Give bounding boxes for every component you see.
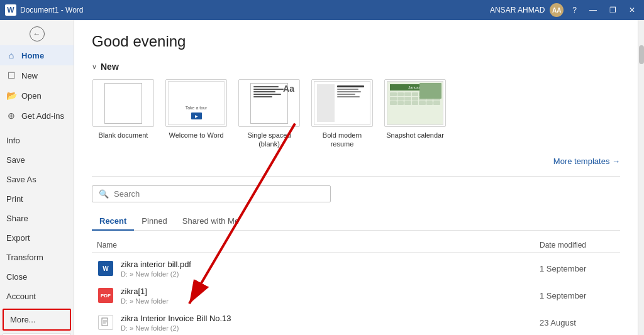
transform-label: Transform [6, 253, 43, 262]
content-area: Good evening ∨ New Blank document Take a… [74, 20, 638, 335]
file-name-3: zikra Interior Invoice Bill No.13 [121, 314, 540, 323]
file-info-3: zikra Interior Invoice Bill No.13 D: » N… [121, 314, 540, 332]
sidebar-item-account[interactable]: Account [0, 287, 74, 306]
sidebar-item-save[interactable]: Save [0, 150, 74, 170]
sidebar-item-open[interactable]: 📂 Open [0, 85, 74, 106]
sidebar-item-new[interactable]: ☐ New [0, 65, 74, 85]
sidebar-item-info[interactable]: Info [0, 131, 74, 150]
sidebar-item-transform[interactable]: Transform [0, 248, 74, 267]
export-label: Export [6, 233, 30, 243]
titlebar-minimize-button[interactable]: — [586, 4, 601, 16]
help-button[interactable]: ? [569, 4, 580, 16]
file-path-2: D: » New folder [121, 297, 540, 305]
pdf-icon: PDF [98, 288, 113, 303]
file-icon-generic [97, 314, 114, 331]
single-spaced-preview [250, 83, 288, 124]
search-icon: 🔍 [99, 189, 109, 199]
file-name-1: zikra interior bill.pdf [121, 260, 540, 269]
search-container[interactable]: 🔍 [92, 185, 331, 202]
back-button[interactable]: ← [0, 23, 74, 45]
sidebar-new-label: New [21, 71, 38, 80]
calendar-preview: January [387, 81, 443, 125]
share-label: Share [6, 214, 28, 223]
file-date-2: 1 September [540, 291, 615, 300]
main-container: ← ⌂ Home ☐ New 📂 Open ⊕ Get Add-ins Info… [0, 20, 644, 335]
template-bold-resume-thumb [311, 79, 373, 127]
generic-icon [98, 315, 113, 330]
file-path-3: D: » New folder (2) [121, 324, 540, 332]
doc-icon-svg [101, 317, 110, 327]
resume-right-col [337, 84, 367, 122]
sidebar-item-addins[interactable]: ⊕ Get Add-ins [0, 106, 74, 126]
sidebar-item-close[interactable]: Close [0, 267, 74, 287]
greeting-title: Good evening [92, 33, 620, 50]
file-row[interactable]: PDF zikra[1] D: » New folder 1 September [92, 282, 620, 309]
file-row[interactable]: W zikra interior bill.pdf D: » New folde… [92, 255, 620, 282]
ss-line-5 [253, 96, 272, 97]
tab-recent[interactable]: Recent [92, 212, 134, 231]
template-calendar[interactable]: January Snapshot calendar [384, 79, 447, 149]
addins-icon: ⊕ [6, 111, 16, 121]
titlebar-left: W Document1 - Word [5, 4, 83, 16]
new-section-chevron[interactable]: ∨ [92, 63, 97, 71]
template-single-spaced[interactable]: Aa Single spaced (blank) [238, 79, 301, 149]
more-templates-anchor[interactable]: More templates → [553, 157, 620, 166]
tab-shared[interactable]: Shared with Me [175, 212, 247, 231]
scrollbar[interactable] [638, 20, 644, 335]
file-row[interactable]: zikra Interior Invoice Bill No.13 D: » N… [92, 309, 620, 335]
sidebar-open-label: Open [21, 91, 42, 101]
welcome-btn-preview: ▶ [191, 113, 202, 119]
template-welcome-name: Welcome to Word [169, 131, 223, 140]
new-doc-icon: ☐ [6, 70, 16, 80]
app-title: Document1 - Word [20, 6, 83, 14]
scrollbar-thumb[interactable] [639, 45, 644, 64]
templates-grid: Blank document Take a tour ▶ Welcome to … [92, 79, 620, 149]
resume-line-4 [337, 94, 355, 95]
titlebar-close-button[interactable]: ✕ [625, 4, 639, 16]
avatar[interactable]: AA [550, 3, 564, 17]
word-icon: W [98, 261, 113, 276]
col-date-header: Date modified [540, 241, 615, 250]
ss-aa-icon: Aa [283, 84, 294, 94]
welcome-take-tour-text: Take a tour [186, 106, 208, 110]
file-list: Name Date modified W zikra interior bill… [92, 238, 620, 335]
sidebar-item-export[interactable]: Export [0, 228, 74, 248]
file-name-2: zikra[1] [121, 287, 540, 296]
file-info-2: zikra[1] D: » New folder [121, 287, 540, 305]
template-single-spaced-name: Single spaced (blank) [238, 131, 301, 149]
template-bold-resume-name: Bold modern resume [311, 131, 374, 149]
sidebar-addins-label: Get Add-ins [21, 111, 64, 121]
resume-name-line [337, 85, 364, 87]
tab-pinned[interactable]: Pinned [134, 212, 174, 231]
template-calendar-name: Snapshot calendar [386, 131, 444, 140]
titlebar-maximize-button[interactable]: ❐ [606, 4, 620, 16]
section-divider [92, 176, 620, 177]
sidebar-item-saveas[interactable]: Save As [0, 170, 74, 189]
cal-photo [419, 83, 441, 99]
col-name-header: Name [97, 241, 540, 250]
sidebar-item-print[interactable]: Print [0, 189, 74, 209]
ss-line-2 [253, 89, 284, 90]
sidebar-item-share[interactable]: Share [0, 209, 74, 228]
resume-left-col [317, 84, 335, 122]
new-section-title: New [101, 62, 119, 72]
search-input[interactable] [114, 189, 324, 199]
more-templates-link[interactable]: More templates → [92, 157, 620, 166]
titlebar: W Document1 - Word ANSAR AHMAD AA ? — ❐ … [0, 0, 644, 20]
file-path-1: D: » New folder (2) [121, 270, 540, 278]
template-blank-thumb [92, 79, 154, 127]
template-welcome[interactable]: Take a tour ▶ Welcome to Word [165, 79, 228, 149]
new-section-header: ∨ New [92, 62, 620, 72]
file-icon-word: W [97, 260, 114, 277]
template-single-spaced-thumb: Aa [238, 79, 300, 127]
template-bold-resume[interactable]: Bold modern resume [311, 79, 374, 149]
file-list-header: Name Date modified [92, 238, 620, 253]
sidebar: ← ⌂ Home ☐ New 📂 Open ⊕ Get Add-ins Info… [0, 20, 74, 335]
template-blank[interactable]: Blank document [92, 79, 155, 149]
sidebar-item-home[interactable]: ⌂ Home [0, 45, 74, 65]
template-welcome-thumb: Take a tour ▶ [165, 79, 227, 127]
resume-preview [314, 81, 370, 125]
sidebar-bottom: Account More... Feedback Options [0, 287, 74, 335]
ss-line-4 [253, 94, 281, 95]
sidebar-item-more[interactable]: More... [4, 310, 70, 329]
